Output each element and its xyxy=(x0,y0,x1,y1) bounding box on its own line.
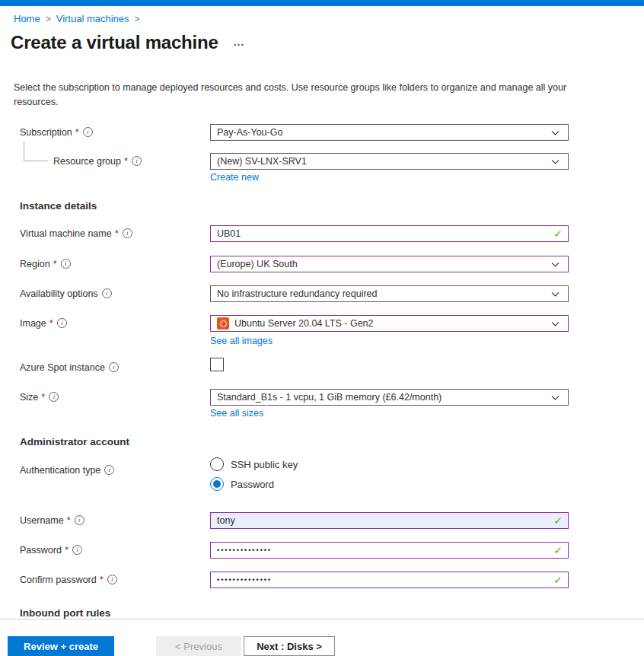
auth-radio-ssh[interactable]: SSH public key xyxy=(210,457,569,471)
valid-checkmark-icon: ✓ xyxy=(553,544,563,556)
required-asterisk: * xyxy=(115,228,119,239)
required-asterisk: * xyxy=(124,155,128,167)
image-label: Image xyxy=(20,318,46,329)
region-label-row: Region * i xyxy=(20,256,71,272)
azure-spot-checkbox[interactable] xyxy=(210,358,224,371)
chevron-down-icon xyxy=(550,157,560,167)
image-dropdown[interactable]: Ubuntu Server 20.04 LTS - Gen2 xyxy=(210,315,569,332)
required-asterisk: * xyxy=(65,544,69,556)
vm-name-input[interactable] xyxy=(210,225,569,242)
required-asterisk: * xyxy=(49,317,53,329)
breadcrumb-separator-icon: > xyxy=(46,14,51,24)
ubuntu-logo-icon xyxy=(217,317,229,330)
radio-unselected-icon xyxy=(210,457,224,471)
info-icon[interactable]: i xyxy=(107,575,117,584)
auth-radio-password[interactable]: Password xyxy=(210,477,569,491)
info-icon[interactable]: i xyxy=(102,288,112,298)
chevron-down-icon xyxy=(550,319,560,329)
region-value: (Europe) UK South xyxy=(217,259,298,269)
availability-label-row: Availability options i xyxy=(20,285,112,301)
valid-checkmark-icon: ✓ xyxy=(553,514,563,527)
chevron-down-icon xyxy=(550,128,560,138)
page-title: Create a virtual machine xyxy=(11,32,218,53)
password-option-label: Password xyxy=(231,479,274,490)
portal-top-accent-bar xyxy=(0,0,644,6)
required-asterisk: * xyxy=(75,126,79,138)
username-label: Username xyxy=(20,515,64,526)
info-icon[interactable]: i xyxy=(61,259,71,269)
resource-group-connector-line xyxy=(24,142,48,161)
create-vm-page: Home > Virtual machines > Create a virtu… xyxy=(0,0,644,656)
region-label: Region xyxy=(20,259,50,269)
resource-group-label: Resource group xyxy=(53,156,121,167)
required-asterisk: * xyxy=(53,258,57,269)
resource-group-dropdown[interactable]: (New) SV-LNX-SRV1 xyxy=(210,153,569,170)
wizard-footer: Review + create < Previous Next : Disks … xyxy=(0,619,644,656)
availability-options-value: No infrastructure redundancy required xyxy=(217,288,378,299)
username-input[interactable] xyxy=(210,512,569,529)
info-icon[interactable]: i xyxy=(83,127,93,137)
next-disks-button[interactable]: Next : Disks > xyxy=(244,636,335,656)
resource-group-label-row: Resource group * i xyxy=(53,153,142,169)
required-asterisk: * xyxy=(67,514,71,526)
info-icon[interactable]: i xyxy=(75,515,84,525)
confirm-password-label-row: Confirm password * i xyxy=(20,572,117,588)
info-icon[interactable]: i xyxy=(49,392,59,402)
username-label-row: Username * i xyxy=(20,512,84,528)
azure-spot-label: Azure Spot instance xyxy=(20,362,105,373)
info-icon[interactable]: i xyxy=(132,156,142,166)
valid-checkmark-icon: ✓ xyxy=(553,228,563,240)
required-asterisk: * xyxy=(100,574,104,585)
breadcrumb-home-link[interactable]: Home xyxy=(14,13,40,24)
create-new-link[interactable]: Create new xyxy=(210,172,259,183)
password-input[interactable] xyxy=(210,542,569,559)
see-all-images-link[interactable]: See all images xyxy=(210,336,273,346)
info-icon[interactable]: i xyxy=(104,465,114,475)
breadcrumb-separator-icon: > xyxy=(135,14,140,24)
image-label-row: Image * i xyxy=(20,315,67,331)
required-asterisk: * xyxy=(41,391,45,403)
region-dropdown[interactable]: (Europe) UK South xyxy=(210,256,569,272)
see-all-sizes-link[interactable]: See all sizes xyxy=(210,408,263,419)
image-value: Ubuntu Server 20.04 LTS - Gen2 xyxy=(234,318,374,329)
chevron-down-icon xyxy=(550,393,560,403)
password-label: Password xyxy=(20,545,62,556)
breadcrumb-virtual-machines-link[interactable]: Virtual machines xyxy=(56,13,129,24)
info-icon[interactable]: i xyxy=(72,545,82,555)
vm-name-label: Virtual machine name xyxy=(20,228,112,239)
valid-checkmark-icon: ✓ xyxy=(553,574,563,586)
subscription-label: Subscription xyxy=(20,127,72,138)
ssh-public-key-option-label: SSH public key xyxy=(231,459,298,470)
subscription-label-row: Subscription * i xyxy=(20,124,93,140)
more-actions-ellipsis-icon[interactable]: … xyxy=(233,35,244,48)
review-create-button[interactable]: Review + create xyxy=(8,636,114,656)
chevron-down-icon xyxy=(550,260,560,269)
administrator-account-heading: Administrator account xyxy=(20,436,129,447)
subscription-description-text: Select the subscription to manage deploy… xyxy=(14,81,573,110)
inbound-port-rules-heading: Inbound port rules xyxy=(20,607,110,619)
info-icon[interactable]: i xyxy=(123,228,132,238)
radio-selected-icon xyxy=(210,477,224,491)
resource-group-value: (New) SV-LNX-SRV1 xyxy=(217,156,307,167)
size-label-row: Size * i xyxy=(20,389,59,405)
confirm-password-input[interactable] xyxy=(210,572,569,588)
vm-name-label-row: Virtual machine name * i xyxy=(20,225,132,241)
size-value: Standard_B1s - 1 vcpu, 1 GiB memory (£6.… xyxy=(217,392,442,403)
auth-type-label-row: Authentication type i xyxy=(20,462,114,478)
availability-options-dropdown[interactable]: No infrastructure redundancy required xyxy=(210,285,569,302)
breadcrumb: Home > Virtual machines > xyxy=(14,13,140,24)
authentication-type-label: Authentication type xyxy=(20,465,100,476)
confirm-password-label: Confirm password xyxy=(20,575,97,585)
info-icon[interactable]: i xyxy=(109,362,119,372)
previous-button: < Previous xyxy=(156,636,241,656)
instance-details-heading: Instance details xyxy=(20,200,97,212)
chevron-down-icon xyxy=(550,289,560,299)
spot-label-row: Azure Spot instance i xyxy=(20,359,119,375)
password-label-row: Password * i xyxy=(20,542,82,558)
footer-divider xyxy=(0,619,644,619)
info-icon[interactable]: i xyxy=(57,318,67,328)
availability-options-label: Availability options xyxy=(20,288,98,299)
size-dropdown[interactable]: Standard_B1s - 1 vcpu, 1 GiB memory (£6.… xyxy=(210,389,569,406)
subscription-dropdown[interactable]: Pay-As-You-Go xyxy=(210,124,569,141)
subscription-value: Pay-As-You-Go xyxy=(217,127,282,138)
